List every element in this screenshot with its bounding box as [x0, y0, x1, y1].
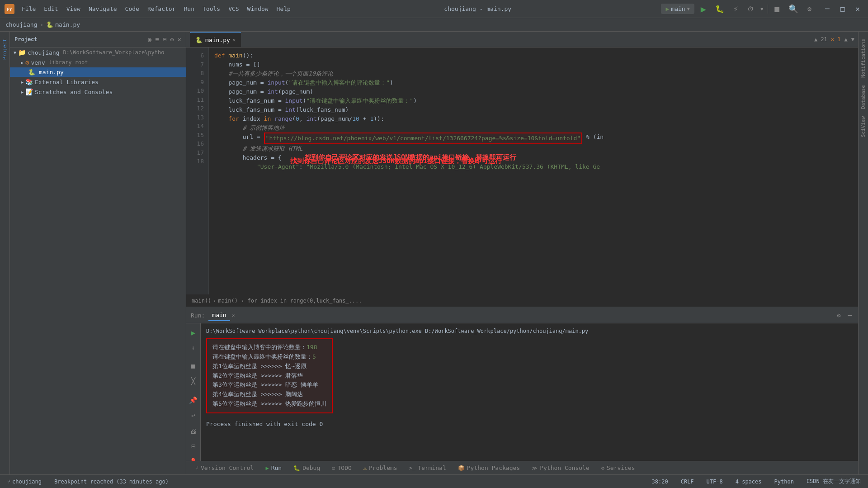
code-area[interactable]: def main(): nums = [] #一共有多少条评论，一个页面10条评… — [209, 47, 858, 294]
left-side-panel: Project — [0, 32, 10, 474]
collapse-run[interactable]: ⊟ — [189, 441, 197, 452]
menu-code[interactable]: Code — [122, 4, 143, 14]
maximize-button[interactable]: □ — [837, 3, 849, 15]
todo-icon: ☑ — [332, 465, 335, 471]
rerun-button[interactable]: ▶ — [189, 327, 197, 339]
menu-vcs[interactable]: VCS — [225, 4, 242, 14]
project-panel-label[interactable]: Project — [1, 35, 9, 63]
tab-problems[interactable]: ⚠ Problems — [358, 463, 403, 473]
more-run-options[interactable]: ▾ — [760, 5, 764, 13]
close-button[interactable]: ✕ — [852, 3, 863, 15]
stop-button[interactable]: ■ — [772, 2, 782, 15]
search-button[interactable]: 🔍 — [786, 2, 801, 15]
editor-area: 🐍 main.py ✕ ▲ 21 ✕ 1 ▲ ▼ 6789 10111213 1… — [186, 32, 858, 474]
expand-all-button[interactable]: ≡ — [155, 36, 159, 43]
debug-button[interactable]: 🐛 — [712, 3, 727, 15]
breadcrumb-file[interactable]: 🐍 main.py — [46, 21, 80, 28]
language[interactable]: Python — [772, 478, 797, 486]
project-name: choujiang — [28, 49, 59, 56]
menu-navigate[interactable]: Navigate — [85, 4, 121, 14]
venv-sublabel: library root — [49, 59, 88, 66]
code-line-17: ◈ headers = { 找到你自己评论区对应的发送JSON数据的api接口链… — [214, 153, 853, 162]
sidebar-title: Project — [14, 36, 38, 43]
sidebar-header: Project ◉ ≡ ⊟ ⚙ ✕ — [10, 32, 186, 47]
print-button[interactable]: 🖨 — [188, 425, 198, 437]
run-button[interactable]: ▶ — [698, 2, 709, 16]
problems-icon: ⚠ — [363, 465, 367, 471]
pin-button[interactable]: 📌 — [187, 394, 199, 406]
pin2-button[interactable]: 📍 — [187, 456, 199, 461]
output-line-4: 第2位幸运粉丝是 >>>>>> 君落华 — [212, 371, 326, 381]
wrap-button[interactable]: ↩ — [189, 410, 197, 422]
tab-python-console[interactable]: ≫ Python Console — [526, 463, 595, 473]
editor-breadcrumb: main() › main() › for index in range(0,l… — [186, 294, 858, 307]
breadcrumb-project[interactable]: choujiang — [5, 21, 37, 28]
venv-arrow: ▶ — [21, 60, 24, 65]
database-panel[interactable]: Database — [859, 81, 867, 113]
profile-button[interactable]: ⏱ — [745, 4, 756, 14]
run-main-tab[interactable]: main — [208, 310, 230, 321]
run-hide-button[interactable]: ─ — [846, 310, 854, 321]
title-bar: PY File Edit View Navigate Code Refactor… — [0, 0, 868, 18]
coverage-button[interactable]: ⚡ — [731, 2, 741, 15]
indent[interactable]: 4 spaces — [733, 478, 764, 486]
code-editor[interactable]: 6789 10111213 1415161718 def main(): num… — [186, 47, 858, 294]
project-root[interactable]: ▼ 📁 choujiang D:\WorkSoftware_Workplace\… — [10, 47, 186, 57]
menu-refactor[interactable]: Refactor — [144, 4, 179, 14]
sidebar-settings[interactable]: ⚙ — [170, 36, 174, 43]
venv-folder[interactable]: ▶ ⚙ venv library root — [10, 57, 186, 67]
run-settings-button[interactable]: ⚙ — [835, 310, 842, 321]
run-tab-container: main ✕ — [208, 310, 235, 321]
tab-python-packages[interactable]: 📦 Python Packages — [453, 463, 525, 473]
git-status[interactable]: ⑂ choujiang — [5, 478, 44, 486]
main-py-file[interactable]: 🐍 main.py — [10, 67, 186, 77]
tab-run[interactable]: ▶ Run — [260, 463, 287, 473]
sciview-panel[interactable]: SciView — [859, 113, 867, 141]
menu-help[interactable]: Help — [273, 4, 294, 14]
menu-window[interactable]: Window — [244, 4, 272, 14]
output-line-5: 第3位幸运粉丝是 >>>>>> 暗恋 懒羊羊 — [212, 380, 326, 390]
scroll-to-end[interactable]: ↓ — [190, 342, 197, 353]
main-py-tab[interactable]: 🐍 main.py ✕ — [190, 32, 241, 47]
notification-text[interactable]: CSDN 在友一文字通知 — [804, 477, 863, 486]
close-run-button[interactable]: ╳ — [189, 375, 197, 387]
cursor-position[interactable]: 38:20 — [649, 478, 671, 486]
scroll-down[interactable]: ▼ — [851, 36, 854, 43]
status-bar: ⑂ choujiang Breakpoint reached (33 minut… — [0, 474, 868, 488]
run-config-selector[interactable]: ▶ main ▼ — [661, 4, 694, 14]
menu-run[interactable]: Run — [180, 4, 198, 14]
tab-terminal[interactable]: >_ Terminal — [404, 463, 452, 473]
menu-view[interactable]: View — [63, 4, 84, 14]
encoding[interactable]: UTF-8 — [704, 478, 726, 486]
breakpoint-status[interactable]: Breakpoint reached (33 minutes ago) — [52, 478, 171, 486]
tab-services[interactable]: ⚙ Services — [596, 463, 641, 473]
minimize-button[interactable]: ─ — [821, 3, 833, 15]
sidebar: Project ◉ ≡ ⊟ ⚙ ✕ ▼ 📁 choujiang D:\WorkS… — [10, 32, 186, 474]
tab-version-control[interactable]: ⑂ Version Control — [190, 463, 259, 473]
settings-gear[interactable]: ⚙ — [805, 3, 814, 15]
editor-info: ▲ 21 ✕ 1 ▲ ▼ — [814, 36, 854, 43]
code-line-13: ◈ for index in range(0, int(page_num/10 … — [214, 114, 853, 123]
code-line-9: page_num = input("请在键盘中输入博客中的评论数量：") — [214, 78, 853, 87]
scratches-consoles[interactable]: ▶ 📝 Scratches and Consoles — [10, 87, 186, 97]
run-tab-close[interactable]: ✕ — [232, 313, 235, 318]
notifications-panel[interactable]: Notifications — [859, 35, 867, 81]
menu-edit[interactable]: Edit — [40, 4, 61, 14]
language-text: Python — [774, 479, 794, 485]
project-path: D:\WorkSoftware_Workplace\pytho — [63, 49, 164, 56]
collapse-all-button[interactable]: ⊟ — [163, 36, 166, 43]
line-ending[interactable]: CRLF — [678, 478, 697, 486]
tab-todo[interactable]: ☑ TODO — [326, 463, 357, 473]
menu-tools[interactable]: Tools — [199, 4, 224, 14]
tab-close-button[interactable]: ✕ — [233, 37, 236, 43]
menu-file[interactable]: File — [18, 4, 39, 14]
locate-file-button[interactable]: ◉ — [148, 36, 151, 43]
tab-label: main.py — [205, 37, 230, 43]
encoding-text: UTF-8 — [707, 479, 723, 485]
stop-run-button[interactable]: ■ — [189, 360, 197, 372]
scroll-up[interactable]: ▲ — [844, 36, 848, 43]
external-libraries[interactable]: ▶ 📚 External Libraries — [10, 77, 186, 87]
sidebar-close[interactable]: ✕ — [178, 36, 181, 43]
tab-debug[interactable]: 🐛 Debug — [288, 463, 326, 473]
output-line-2: 请在键盘中输入最终中奖粉丝的数量：5 — [212, 352, 326, 362]
